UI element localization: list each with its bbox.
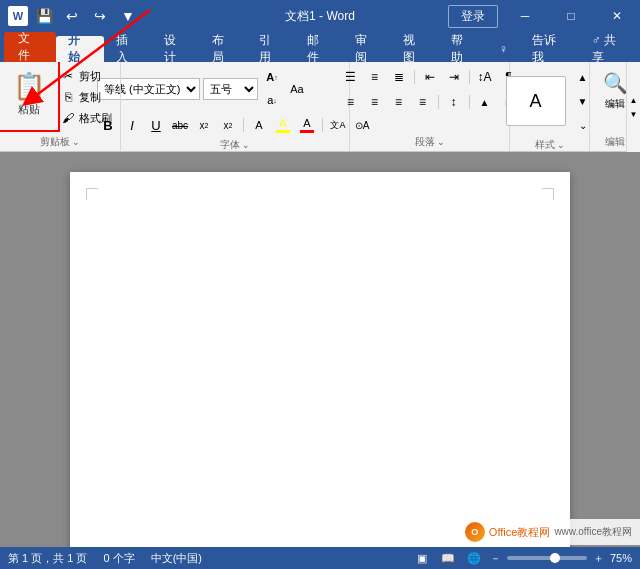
office-logo: O <box>465 522 485 542</box>
tab-help[interactable]: 帮助 <box>439 36 487 62</box>
minimize-button[interactable]: ─ <box>502 0 548 32</box>
zoom-percent: 75% <box>610 552 632 564</box>
format-painter-label: 格式刷 <box>79 111 112 126</box>
align-right-button[interactable]: ≡ <box>388 91 410 113</box>
redo-button[interactable]: ↪ <box>88 4 112 28</box>
tab-review[interactable]: 审阅 <box>343 36 391 62</box>
ribbon-scroll-down[interactable]: ▼ <box>627 107 641 121</box>
copy-icon: ⎘ <box>60 89 76 105</box>
tab-view[interactable]: 视图 <box>391 36 439 62</box>
customize-button[interactable]: ▼ <box>116 4 140 28</box>
status-bar: 第 1 页，共 1 页 0 个字 中文(中国) ▣ 📖 🌐 － ＋ 75% <box>0 547 640 569</box>
styles-label: 样式 ⌄ <box>514 136 585 151</box>
tab-lightbulb[interactable]: ♀ <box>487 36 520 62</box>
numbering-button[interactable]: ≡ <box>364 66 386 88</box>
zoom-slider-thumb <box>550 553 560 563</box>
tab-references[interactable]: 引用 <box>247 36 295 62</box>
clipboard-content: 📋 粘贴 ✂ 剪切 ⎘ 复制 <box>4 66 116 133</box>
font-expand-icon[interactable]: ⌄ <box>242 140 250 150</box>
tab-layout[interactable]: 布局 <box>200 36 248 62</box>
font-color-button[interactable]: A <box>296 114 318 136</box>
share-button[interactable]: ♂ 共享 <box>580 36 640 62</box>
superscript-button[interactable]: x2 <box>193 114 215 136</box>
font-size-increase-button[interactable]: A↑ <box>261 66 283 88</box>
document-page[interactable] <box>70 172 570 547</box>
para-divider1 <box>414 70 415 84</box>
clear-format-button[interactable]: Aa <box>286 78 308 100</box>
tab-mailings[interactable]: 邮件 <box>295 36 343 62</box>
increase-indent-button[interactable]: ⇥ <box>443 66 465 88</box>
watermark-site: www.office教程网 <box>554 525 632 539</box>
copy-button[interactable]: ⎘ 复制 <box>56 87 116 107</box>
strikethrough-button[interactable]: abc <box>169 114 191 136</box>
tab-home[interactable]: 开始 <box>56 36 104 62</box>
sort-button[interactable]: ↕A <box>474 66 496 88</box>
italic-button[interactable]: I <box>121 114 143 136</box>
multilevel-list-button[interactable]: ≣ <box>388 66 410 88</box>
zoom-slider[interactable] <box>507 556 587 560</box>
align-left-button[interactable]: ≡ <box>340 91 362 113</box>
ribbon-groups: 📋 粘贴 ✂ 剪切 ⎘ 复制 <box>0 62 640 151</box>
tab-design[interactable]: 设计 <box>152 36 200 62</box>
close-button[interactable]: ✕ <box>594 0 640 32</box>
font-group: 等线 (中文正文) 五号 小初 初号 A↑ a↓ Aa <box>121 62 350 151</box>
paste-button[interactable]: 📋 粘贴 <box>4 66 54 121</box>
justify-button[interactable]: ≡ <box>412 91 434 113</box>
ribbon-tab-bar: 文件 开始 插入 设计 布局 引用 邮件 审阅 视图 帮助 ♀ 告诉我 ♂ 共享 <box>0 32 640 62</box>
para-expand-icon[interactable]: ⌄ <box>437 137 445 147</box>
clipboard-expand-icon[interactable]: ⌄ <box>72 137 80 147</box>
styles-expand-icon[interactable]: ⌄ <box>557 140 565 150</box>
shading-button[interactable]: ▲ <box>474 91 496 113</box>
text-highlight-button[interactable]: A <box>272 114 294 136</box>
zoom-minus[interactable]: － <box>490 551 501 566</box>
styles-group: A ▲ ▼ ⌄ 样式 ⌄ <box>510 62 590 151</box>
title-bar-right: 登录 ─ □ ✕ <box>448 0 640 32</box>
save-button[interactable]: 💾 <box>32 4 56 28</box>
print-layout-view-button[interactable]: ▣ <box>412 550 432 566</box>
font-size-select[interactable]: 五号 小初 初号 <box>203 78 258 100</box>
para-divider3 <box>438 95 439 109</box>
cut-label: 剪切 <box>79 69 101 84</box>
tab-file[interactable]: 文件 <box>4 32 56 62</box>
word-count: 0 个字 <box>103 551 134 566</box>
paragraph-group: ☰ ≡ ≣ ⇤ ⇥ ↕A ¶ ≡ ≡ <box>350 62 510 151</box>
zoom-plus[interactable]: ＋ <box>593 551 604 566</box>
para-row2: ≡ ≡ ≡ ≡ ↕ ▲ ⊞ <box>340 91 520 113</box>
text-effect-button[interactable]: A <box>248 114 270 136</box>
font-size-decrease-button[interactable]: a↓ <box>261 89 283 111</box>
underline-button[interactable]: U <box>145 114 167 136</box>
watermark: O Office教程网 www.office教程网 <box>457 519 640 545</box>
align-center-button[interactable]: ≡ <box>364 91 386 113</box>
word-icon: W <box>8 6 28 26</box>
para-divider4 <box>469 95 470 109</box>
maximize-button[interactable]: □ <box>548 0 594 32</box>
cut-button[interactable]: ✂ 剪切 <box>56 66 116 86</box>
read-mode-button[interactable]: 📖 <box>438 550 458 566</box>
para-row1: ☰ ≡ ≣ ⇤ ⇥ ↕A ¶ <box>340 66 520 88</box>
style-preview[interactable]: A <box>506 76 566 126</box>
para-divider2 <box>469 70 470 84</box>
font-content: 等线 (中文正文) 五号 小初 初号 A↑ a↓ Aa <box>97 66 373 136</box>
title-bar: W 💾 ↩ ↪ ▼ 文档1 - Word 登录 ─ □ ✕ <box>0 0 640 32</box>
watermark-text: Office教程网 <box>489 525 551 540</box>
bullets-button[interactable]: ☰ <box>340 66 362 88</box>
login-button[interactable]: 登录 <box>448 5 498 28</box>
web-layout-button[interactable]: 🌐 <box>464 550 484 566</box>
decrease-indent-button[interactable]: ⇤ <box>419 66 441 88</box>
tab-insert[interactable]: 插入 <box>104 36 152 62</box>
undo-button[interactable]: ↩ <box>60 4 84 28</box>
window-title: 文档1 - Word <box>285 8 355 25</box>
paste-icon: 📋 <box>13 70 45 102</box>
ribbon-scroll-up[interactable]: ▲ <box>627 93 641 107</box>
font-row2: B I U abc x2 x2 A A <box>97 114 373 136</box>
line-spacing-button[interactable]: ↕ <box>443 91 465 113</box>
tab-tellme[interactable]: 告诉我 <box>520 36 580 62</box>
cut-icon: ✂ <box>60 68 76 84</box>
title-bar-left: W 💾 ↩ ↪ ▼ <box>0 4 448 28</box>
format-painter-button[interactable]: 🖌 格式刷 <box>56 108 116 128</box>
font-label: 字体 ⌄ <box>125 136 345 151</box>
subscript-button[interactable]: x2 <box>217 114 239 136</box>
page-corner-tl <box>86 188 98 200</box>
app-window: W 💾 ↩ ↪ ▼ 文档1 - Word 登录 ─ □ ✕ 文件 开始 插入 设… <box>0 0 640 569</box>
font-color-icon: A <box>300 117 314 133</box>
